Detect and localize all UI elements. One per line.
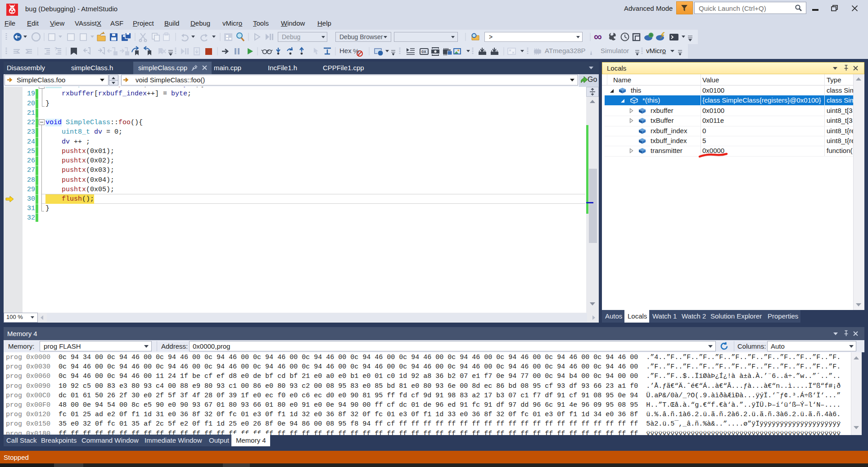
svg-text:∞: ∞ [594, 30, 602, 43]
svg-text:0X: 0X [421, 49, 426, 54]
svg-text:%: % [353, 47, 359, 55]
svg-text:?: ? [54, 47, 57, 52]
